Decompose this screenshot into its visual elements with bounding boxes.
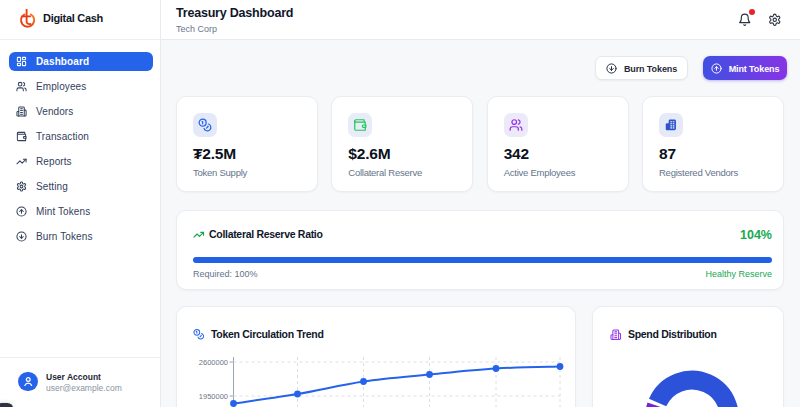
svg-text:2600000: 2600000 [199,358,228,367]
svg-text:1950000: 1950000 [199,392,228,401]
